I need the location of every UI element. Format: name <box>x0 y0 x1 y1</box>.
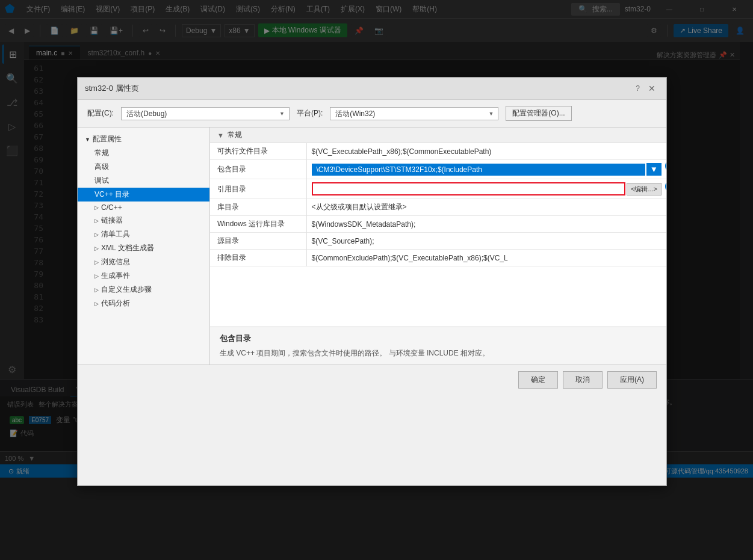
include-dropdown-button[interactable]: ▼ <box>646 163 662 176</box>
config-manager-button[interactable]: 配置管理器(O)... <box>506 106 571 121</box>
tree-item-debug[interactable]: 调试 <box>78 174 209 188</box>
tree-item-linker[interactable]: ▷ 链接器 <box>78 214 209 227</box>
prop-name-exec: 可执行文件目录 <box>210 143 306 160</box>
config-select[interactable]: 活动(Debug) <box>121 107 290 120</box>
tree-item-manifest[interactable]: ▷ 清单工具 <box>78 227 209 241</box>
dialog-help-icon[interactable]: ? <box>636 84 640 93</box>
apply-button[interactable]: 应用(A) <box>607 371 657 389</box>
platform-select-wrapper: 活动(Win32) <box>330 107 498 120</box>
prop-value-lib[interactable]: <从父级或项目默认设置继承> <box>306 199 666 216</box>
tree-root[interactable]: ▼ 配置属性 <box>78 132 209 146</box>
prop-row-ref: 引用目录 <编辑...> 2 <box>210 179 666 199</box>
dialog-close-button[interactable]: ✕ <box>645 82 659 94</box>
property-panel: ▼ 常规 可执行文件目录 $(VC_ExecutablePath_x86);$(… <box>210 128 666 365</box>
include-value-highlighted[interactable]: \CM3\DeviceSupport\ST\STM32F10x;$(Includ… <box>312 164 645 176</box>
desc-text: 生成 VC++ 项目期间，搜索包含文件时使用的路径。 与环境变量 INCLUDE… <box>220 348 657 358</box>
tree-panel: ▼ 配置属性 常规 高级 调试 VC++ 目录 ▷ C/C++ <box>78 128 210 365</box>
config-row: 配置(C): 活动(Debug) 平台(P): 活动(Win32) 配置管理器(… <box>78 100 666 128</box>
tree-item-xml[interactable]: ▷ XML 文档生成器 <box>78 241 209 255</box>
tree-item-custom-build[interactable]: ▷ 自定义生成步骤 <box>78 283 209 297</box>
prop-value-ref[interactable]: <编辑...> 2 <box>306 179 666 199</box>
dialog-buttons: 确定 取消 应用(A) <box>78 365 666 395</box>
empty-area <box>210 266 666 327</box>
prop-row-exec: 可执行文件目录 $(VC_ExecutablePath_x86);$(Commo… <box>210 143 666 160</box>
prop-value-exclude[interactable]: $(CommonExcludePath);$(VC_ExecutablePath… <box>306 250 666 266</box>
config-label: 配置(C): <box>87 108 114 118</box>
prop-name-ref: 引用目录 <box>210 179 306 199</box>
platform-select[interactable]: 活动(Win32) <box>330 107 498 120</box>
prop-value-exec[interactable]: $(VC_ExecutablePath_x86);$(CommonExecuta… <box>306 143 666 160</box>
ref-dirs-input[interactable] <box>312 182 625 195</box>
prop-name-source: 源目录 <box>210 233 306 250</box>
tree-item-code-analysis[interactable]: ▷ 代码分析 <box>78 297 209 310</box>
tree-item-browse[interactable]: ▷ 浏览信息 <box>78 255 209 269</box>
prop-name-exclude: 排除目录 <box>210 250 306 266</box>
prop-name-include: 包含目录 <box>210 160 306 179</box>
prop-value-winrt[interactable]: $(WindowsSDK_MetadataPath); <box>306 216 666 233</box>
dialog-title: stm32-0 属性页 <box>85 83 139 94</box>
expand-icon: ▼ <box>85 137 90 143</box>
config-select-wrapper: 活动(Debug) <box>121 107 290 120</box>
cancel-button[interactable]: 取消 <box>563 371 603 389</box>
tree-item-advanced[interactable]: 高级 <box>78 160 209 174</box>
tree-item-build-events[interactable]: ▷ 生成事件 <box>78 269 209 283</box>
ok-button[interactable]: 确定 <box>518 371 558 389</box>
prop-value-include[interactable]: \CM3\DeviceSupport\ST\STM32F10x;$(Includ… <box>306 160 666 179</box>
dialog-title-bar: stm32-0 属性页 ? ✕ <box>78 78 666 100</box>
prop-row-exclude: 排除目录 $(CommonExcludePath);$(VC_Executabl… <box>210 250 666 266</box>
annotation-1: 1 <box>665 159 666 173</box>
collapse-icon[interactable]: ▼ <box>217 132 224 139</box>
dialog-main-body: ▼ 配置属性 常规 高级 调试 VC++ 目录 ▷ C/C++ <box>78 128 666 365</box>
section-header: ▼ 常规 <box>210 128 666 143</box>
description-panel: 包含目录 生成 VC++ 项目期间，搜索包含文件时使用的路径。 与环境变量 IN… <box>210 327 666 365</box>
prop-row-source: 源目录 $(VC_SourcePath); <box>210 233 666 250</box>
tree-item-general[interactable]: 常规 <box>78 146 209 160</box>
prop-name-winrt: Windows 运行库目录 <box>210 216 306 233</box>
prop-row-lib: 库目录 <从父级或项目默认设置继承> <box>210 199 666 216</box>
property-table: 可执行文件目录 $(VC_ExecutablePath_x86);$(Commo… <box>210 143 666 266</box>
ref-edit-button[interactable]: <编辑...> <box>627 183 662 195</box>
prop-name-lib: 库目录 <box>210 199 306 216</box>
annotation-2: 2 <box>665 180 666 193</box>
tree-item-cpp[interactable]: ▷ C/C++ <box>78 202 209 214</box>
desc-title: 包含目录 <box>220 333 657 344</box>
properties-dialog: stm32-0 属性页 ? ✕ 配置(C): 活动(Debug) 平台(P): … <box>77 77 667 486</box>
platform-label: 平台(P): <box>297 108 323 118</box>
prop-row-winrt: Windows 运行库目录 $(WindowsSDK_MetadataPath)… <box>210 216 666 233</box>
tree-item-vc-dirs[interactable]: VC++ 目录 <box>78 188 209 202</box>
prop-value-source[interactable]: $(VC_SourcePath); <box>306 233 666 250</box>
modal-overlay: stm32-0 属性页 ? ✕ 配置(C): 活动(Debug) 平台(P): … <box>0 0 753 560</box>
prop-row-include: 包含目录 \CM3\DeviceSupport\ST\STM32F10x;$(I… <box>210 160 666 179</box>
